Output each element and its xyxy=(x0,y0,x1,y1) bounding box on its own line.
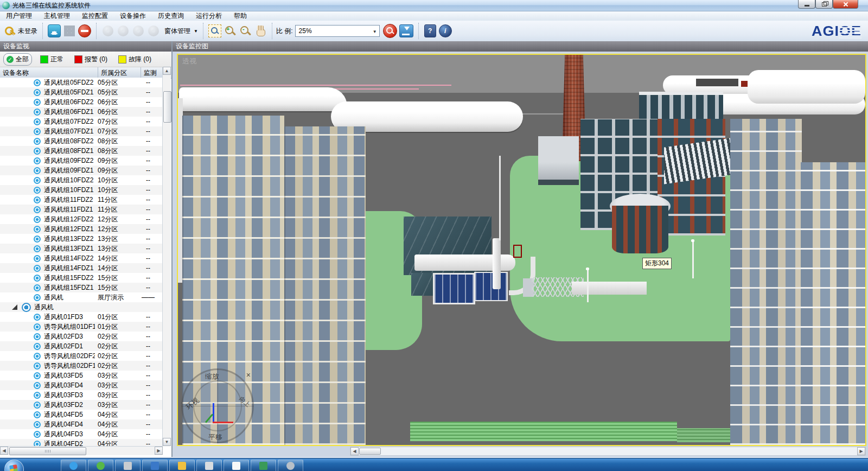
nav-close-icon[interactable]: × xyxy=(246,371,251,379)
device-row[interactable]: 诱导风机组01DF101分区-- xyxy=(0,322,163,332)
close-button[interactable] xyxy=(833,0,858,9)
scrollbar-thumb[interactable] xyxy=(163,91,171,123)
taskbar-button-explorer-green[interactable] xyxy=(88,460,113,471)
expander-icon[interactable] xyxy=(12,304,17,310)
pan-button[interactable] xyxy=(254,23,267,39)
device-row[interactable]: 通风机02FD102分区-- xyxy=(0,341,163,351)
locate-button[interactable] xyxy=(383,23,397,39)
device-row[interactable]: 通风机组05FDZ205分区-- xyxy=(0,78,163,87)
menu-item[interactable]: 主机管理 xyxy=(38,11,76,21)
device-row[interactable]: 通风机展厅演示—— xyxy=(0,292,163,302)
home-button[interactable] xyxy=(48,23,61,39)
help-button[interactable]: ? xyxy=(424,23,437,39)
device-row[interactable]: 通风机02FD302分区-- xyxy=(0,332,163,341)
device-row[interactable]: 通风机组08FDZ208分区-- xyxy=(0,136,163,146)
marquee-zoom-button[interactable] xyxy=(208,23,221,39)
export-button[interactable] xyxy=(399,23,413,39)
device-row[interactable]: 通风机组07FDZ107分区-- xyxy=(0,126,163,136)
navigation-compass[interactable]: 缩放 × 环视 向上 平移 xyxy=(180,367,255,444)
menu-item[interactable]: 监控配置 xyxy=(76,11,114,21)
device-row[interactable]: 通风机组12FDZ212分区-- xyxy=(0,214,163,224)
filter-all[interactable]: ✓全部 xyxy=(3,53,32,66)
disc-button[interactable] xyxy=(117,23,130,39)
device-row[interactable]: 通风机03FD303分区-- xyxy=(0,390,163,400)
scroll-right-icon[interactable]: ▶ xyxy=(857,447,865,455)
about-button[interactable]: i xyxy=(439,23,452,39)
device-row[interactable]: 通风机组09FDZ209分区-- xyxy=(0,156,163,166)
menu-item[interactable]: 用户管理 xyxy=(0,11,38,21)
nav-zoom-label[interactable]: 缩放 xyxy=(205,372,219,381)
fan-button[interactable] xyxy=(101,23,114,39)
minimize-button[interactable] xyxy=(798,0,815,9)
device-row[interactable]: 通风机组13FDZ113分区-- xyxy=(0,244,163,253)
menu-item[interactable]: 设备操作 xyxy=(114,11,152,21)
column-device-name[interactable]: 设备名称 xyxy=(0,67,98,78)
scene-3d[interactable]: 矩形304 缩放 × 环视 向上 平移 透视 xyxy=(178,55,865,445)
device-row[interactable]: 通风机03FD203分区-- xyxy=(0,400,163,410)
scroll-right-icon[interactable]: ▶ xyxy=(155,447,163,455)
device-row[interactable]: 通风机组11FDZ111分区-- xyxy=(0,205,163,214)
scroll-up-icon[interactable]: ▲ xyxy=(163,67,171,75)
device-row[interactable]: 通风机04FD504分区-- xyxy=(0,410,163,419)
device-row[interactable]: 通风机组15FDZ215分区-- xyxy=(0,273,163,283)
device-row[interactable]: 通风机组11FDZ211分区-- xyxy=(0,195,163,205)
device-row[interactable]: 通风机组06FDZ206分区-- xyxy=(0,97,163,107)
taskbar-button-magnifier[interactable] xyxy=(278,460,303,471)
scrollbar-thumb[interactable] xyxy=(359,448,381,455)
device-row[interactable]: 通风机组06FDZ106分区-- xyxy=(0,107,163,117)
login-button[interactable]: 未登录 xyxy=(4,23,37,39)
device-row[interactable]: 诱导风机组02DF202分区-- xyxy=(0,351,163,361)
viewport-horizontal-scrollbar[interactable]: ◀ ▶ xyxy=(350,447,866,456)
device-row[interactable]: 通风机03FD503分区-- xyxy=(0,371,163,380)
menu-item[interactable]: 帮助 xyxy=(228,11,253,21)
pie-button[interactable] xyxy=(147,23,160,39)
taskbar-button-internet-explorer[interactable] xyxy=(61,460,86,471)
taskbar-button-gray-app[interactable] xyxy=(115,460,141,471)
device-row[interactable]: 通风机组07FDZ207分区-- xyxy=(0,117,163,126)
device-row[interactable]: 通风机组10FDZ210分区-- xyxy=(0,175,163,185)
device-row[interactable]: 通风机组14FDZ114分区-- xyxy=(0,263,163,273)
device-row[interactable]: 通风机组13FDZ213分区-- xyxy=(0,234,163,244)
scrollbar-thumb[interactable] xyxy=(9,447,86,455)
zoom-in-button[interactable]: + xyxy=(224,23,237,39)
menu-item[interactable]: 历史查询 xyxy=(152,11,190,21)
device-row[interactable]: 通风机组15FDZ115分区-- xyxy=(0,283,163,292)
taskbar-button-folder[interactable] xyxy=(169,460,195,471)
column-status[interactable]: 监测 xyxy=(141,67,163,78)
device-row[interactable]: 通风机01FD301分区-- xyxy=(0,312,163,322)
device-row[interactable]: 通风机组12FDZ112分区-- xyxy=(0,224,163,234)
layout-button[interactable] xyxy=(63,23,76,39)
device-row[interactable]: 通风机03FD403分区-- xyxy=(0,380,163,390)
taskbar-button-window-app[interactable] xyxy=(196,460,222,471)
device-row[interactable]: 通风机组10FDZ110分区-- xyxy=(0,185,163,195)
device-row[interactable]: 通风机04FD304分区-- xyxy=(0,429,163,439)
device-row[interactable]: 诱导风机组02DF102分区-- xyxy=(0,361,163,371)
window-manage-dropdown[interactable]: 窗体管理 ▼ xyxy=(164,23,198,39)
horizontal-scrollbar[interactable]: ◀ ▶ xyxy=(0,446,163,455)
scale-combobox[interactable]: 25% ▼ xyxy=(295,25,380,37)
scroll-down-icon[interactable]: ▼ xyxy=(163,438,171,446)
scroll-left-icon[interactable]: ◀ xyxy=(350,447,359,455)
vertical-scrollbar[interactable]: ▲ ▼ xyxy=(162,67,171,446)
zoom-out-button[interactable]: - xyxy=(239,23,252,39)
device-row[interactable]: 通风机04FD204分区-- xyxy=(0,439,163,446)
taskbar-button-calculator[interactable] xyxy=(251,460,276,471)
device-row[interactable]: 通风机组09FDZ109分区-- xyxy=(0,166,163,175)
restore-button[interactable] xyxy=(815,0,833,9)
column-zone[interactable]: 所属分区 xyxy=(98,67,141,78)
scroll-left-icon[interactable]: ◀ xyxy=(0,447,8,455)
start-button[interactable] xyxy=(4,460,24,471)
filter-status[interactable]: 正常 xyxy=(37,54,66,65)
device-row[interactable]: 通风机组05FDZ105分区-- xyxy=(0,87,163,97)
menu-item[interactable]: 运行分析 xyxy=(190,11,228,21)
taskbar-button-media-player[interactable] xyxy=(142,460,168,471)
filter-status[interactable]: 故障 (0) xyxy=(116,54,154,65)
device-row[interactable]: 通风机组08FDZ108分区-- xyxy=(0,146,163,156)
filter-status[interactable]: 报警 (0) xyxy=(72,54,110,65)
stop-button[interactable] xyxy=(78,23,91,39)
device-row[interactable]: 通风机组14FDZ214分区-- xyxy=(0,253,163,263)
nav-pan-label[interactable]: 平移 xyxy=(208,432,222,442)
eject-button[interactable] xyxy=(132,23,145,39)
taskbar-button-notepad[interactable] xyxy=(224,460,249,471)
device-group-row[interactable]: 通风机 xyxy=(0,302,163,312)
